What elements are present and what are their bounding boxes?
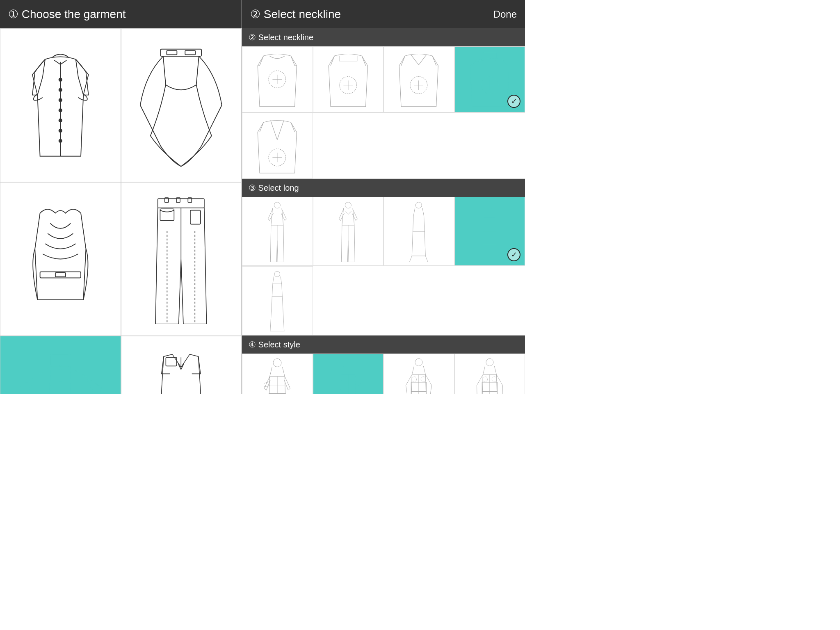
neckline-options-row2 [242,113,525,179]
length-checkmark: ✓ [507,248,520,261]
left-panel: ① Choose the garment [0,0,242,394]
right-title: ② Select neckline [250,7,341,21]
svg-point-7 [59,139,62,142]
svg-point-102 [483,377,488,382]
neckline-checkmark: ✓ [507,95,520,108]
style-option-1[interactable] [242,354,313,394]
svg-line-80 [265,382,270,383]
length-option-dress[interactable] [242,266,313,335]
garment-cell-asymmetric[interactable] [121,28,242,182]
svg-point-6 [59,129,62,132]
neckline-label: ② Select neckline [249,33,313,42]
garment-cell-jumpsuit[interactable] [121,336,242,394]
svg-point-97 [486,358,493,366]
svg-point-69 [416,202,422,208]
length-option-long-pants[interactable] [242,197,313,266]
neckline-option-vneck[interactable] [383,46,454,112]
neckline-options-row1: ✓ [242,46,525,113]
garment-cell-jacket[interactable]: JACKETS [0,336,121,394]
svg-point-67 [345,202,351,208]
svg-rect-10 [185,50,196,55]
length-option-back-view[interactable] [313,197,384,266]
svg-point-96 [421,377,426,382]
svg-rect-15 [190,210,201,224]
neckline-section-header: ② Select neckline [242,28,525,46]
svg-line-31 [71,367,71,394]
left-title: ① Choose the garment [8,7,126,21]
left-header: ① Choose the garment [0,0,242,28]
svg-point-4 [59,109,62,112]
neckline-option-deep-v[interactable] [242,113,313,179]
svg-rect-22 [50,354,71,367]
svg-point-95 [412,377,417,382]
svg-point-73 [274,272,280,277]
svg-point-84 [345,358,352,366]
svg-point-1 [59,78,62,81]
length-option-sleeveless-short[interactable]: ✓ [454,197,525,266]
svg-point-71 [486,202,493,209]
neckline-option-crew[interactable] [313,46,384,112]
svg-line-29 [49,367,50,394]
svg-point-3 [59,98,62,101]
length-section-header: ③ Select long [242,179,525,197]
neckline-option-turtleneck[interactable]: ✓ [454,46,525,112]
garment-grid: JACKETS [0,28,242,394]
svg-point-103 [492,377,497,382]
neckline-option-round[interactable] [242,46,313,112]
svg-point-65 [274,202,281,208]
style-option-3[interactable] [383,354,454,394]
svg-point-75 [273,359,281,367]
garment-cell-blouse[interactable] [0,28,121,182]
svg-point-5 [59,119,62,122]
done-button[interactable]: Done [493,9,517,20]
length-label: ③ Select long [249,183,299,192]
garment-cell-trousers[interactable] [121,182,242,336]
svg-point-2 [59,88,62,91]
style-option-2[interactable]: ✓ [313,354,384,394]
right-panel: ② Select neckline Done ② Select neckline [242,0,525,394]
garment-cell-corset[interactable] [0,182,121,336]
length-options-row2 [242,266,525,336]
style-option-4[interactable] [454,354,525,394]
style-label: ④ Select style [249,340,300,349]
length-option-sleeveless-long[interactable] [383,197,454,266]
length-options-row1: ✓ [242,197,525,266]
svg-rect-12 [55,273,66,277]
svg-point-90 [415,358,422,366]
svg-rect-9 [167,50,177,55]
svg-rect-14 [160,209,174,220]
app-container: ① Choose the garment [0,0,525,394]
style-options: ✓ [242,354,525,394]
style-section-header: ④ Select style [242,336,525,354]
right-header: ② Select neckline Done [242,0,525,28]
